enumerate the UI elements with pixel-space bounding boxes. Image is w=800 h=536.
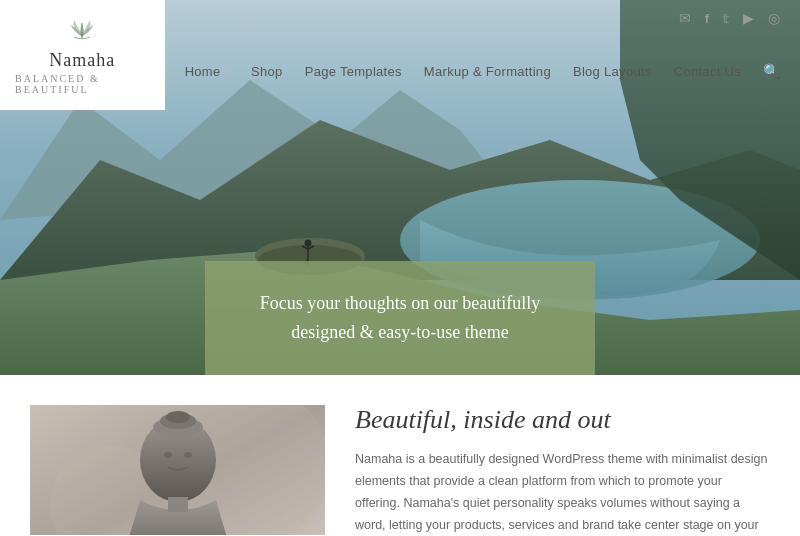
content-image (30, 405, 325, 535)
nav-markup-formatting[interactable]: Markup & Formatting (424, 64, 551, 79)
content-section: Beautiful, inside and out Namaha is a be… (0, 375, 800, 536)
content-paragraph-1: Namaha is a beautifully designed WordPre… (355, 449, 770, 536)
instagram-icon[interactable]: ◎ (768, 10, 780, 27)
content-heading: Beautiful, inside and out (355, 405, 770, 435)
logo-name: Namaha (49, 50, 115, 71)
twitter-icon[interactable]: 𝕥 (723, 11, 729, 26)
header: Namaha Balanced & Beautiful ✉ f 𝕥 ▶ ◎ Ho… (0, 0, 800, 110)
svg-point-21 (164, 452, 172, 458)
email-icon[interactable]: ✉ (679, 10, 691, 27)
svg-point-20 (166, 411, 190, 423)
nav-blog-layouts[interactable]: Blog Layouts (573, 64, 652, 79)
search-icon[interactable]: 🔍 (763, 63, 780, 80)
svg-point-22 (184, 452, 192, 458)
content-text-area: Beautiful, inside and out Namaha is a be… (355, 405, 770, 516)
svg-rect-23 (168, 497, 188, 512)
nav-shop[interactable]: Shop (251, 64, 283, 79)
youtube-icon[interactable]: ▶ (743, 10, 754, 27)
nav-home[interactable]: Home (185, 64, 229, 79)
buddha-image (30, 405, 325, 535)
social-bar: ✉ f 𝕥 ▶ ◎ (165, 0, 800, 32)
logo-box: Namaha Balanced & Beautiful (0, 0, 165, 110)
nav-page-templates[interactable]: Page Templates (305, 64, 402, 79)
hero-overlay: Focus your thoughts on our beautifully d… (205, 261, 595, 375)
logo-tagline: Balanced & Beautiful (15, 73, 150, 95)
main-nav: Home Shop Page Templates Markup & Format… (165, 32, 800, 110)
svg-point-9 (305, 240, 312, 247)
logo-icon (57, 15, 107, 44)
nav-contact-us[interactable]: Contact Us (674, 64, 741, 79)
header-right: ✉ f 𝕥 ▶ ◎ Home Shop Page Templates Marku… (165, 0, 800, 110)
hero-tagline: Focus your thoughts on our beautifully d… (240, 289, 560, 347)
facebook-icon[interactable]: f (705, 11, 709, 26)
